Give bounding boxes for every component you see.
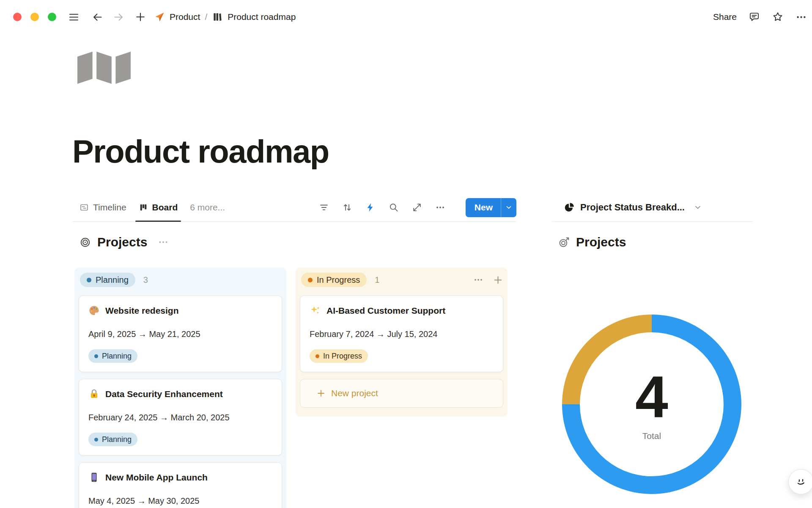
donut-total-value: 4 — [635, 367, 668, 427]
card-dates: April 9, 2025 → May 21, 2025 — [88, 329, 272, 339]
status-badge-planning: Planning — [88, 349, 137, 363]
project-card-ai-support[interactable]: AI-Based Customer Support February 7, 20… — [300, 295, 503, 372]
forward-button[interactable] — [113, 11, 124, 23]
project-card-mobile-app[interactable]: New Mobile App Launch May 4, 2025 → May … — [79, 462, 282, 508]
ellipsis-icon — [158, 237, 169, 248]
notion-ai-button[interactable] — [788, 469, 812, 494]
timeline-icon — [80, 203, 89, 212]
add-card-button[interactable] — [493, 275, 503, 285]
lightning-bolt-icon — [365, 202, 376, 213]
comment-icon — [749, 11, 760, 23]
new-button[interactable]: New — [466, 198, 516, 217]
close-window-button[interactable] — [13, 13, 22, 21]
more-options-button[interactable] — [796, 11, 807, 23]
donut-total-label: Total — [642, 431, 661, 441]
filter-icon — [319, 202, 329, 213]
status-dot — [94, 438, 98, 442]
target-icon — [80, 237, 91, 248]
status-dot — [94, 354, 98, 358]
plus-icon — [134, 11, 146, 23]
column-header-in-progress: In Progress 1 — [300, 273, 503, 287]
project-card-data-security[interactable]: Data Security Enhancement February 24, 2… — [79, 379, 282, 456]
status-selector-label: Project Status Breakd... — [580, 202, 685, 213]
group-badge-in-progress[interactable]: In Progress — [301, 273, 367, 287]
status-donut: 4 Total — [562, 315, 741, 494]
favorite-button[interactable] — [772, 11, 784, 23]
new-tab-button[interactable] — [134, 11, 146, 23]
tab-board-label: Board — [152, 202, 178, 213]
column-options-button[interactable] — [473, 275, 483, 285]
chevron-down-icon[interactable] — [501, 204, 516, 211]
new-project-button[interactable]: New project — [300, 379, 503, 408]
sparkles-icon — [310, 305, 321, 316]
board-icon — [139, 203, 148, 212]
card-title: Website redesign — [105, 306, 179, 316]
page-title: Product roadmap — [72, 133, 329, 170]
back-button[interactable] — [92, 11, 103, 23]
window-topbar: Product / Product roadmap Share — [0, 0, 812, 34]
board-section-title: Projects — [97, 235, 147, 249]
chevron-down-icon — [694, 203, 702, 212]
plus-icon — [493, 275, 503, 285]
plus-icon — [316, 389, 326, 398]
card-dates: February 7, 2024 → July 15, 2024 — [310, 329, 494, 339]
breadcrumb-current-link[interactable]: Product roadmap — [228, 12, 296, 22]
project-card-website-redesign[interactable]: Website redesign April 9, 2025 → May 21,… — [79, 295, 282, 372]
share-button[interactable]: Share — [713, 12, 737, 22]
status-badge-in-progress: In Progress — [310, 349, 368, 363]
lock-icon — [88, 388, 100, 400]
product-logo-icon — [154, 11, 165, 22]
status-dot — [87, 278, 91, 282]
hamburger-icon — [68, 11, 80, 23]
comments-button[interactable] — [749, 11, 760, 23]
arrow-left-icon — [92, 11, 103, 23]
window-controls — [13, 13, 56, 21]
card-title: AI-Based Customer Support — [326, 306, 445, 316]
card-title: New Mobile App Launch — [105, 472, 208, 483]
card-dates: May 4, 2025 → May 30, 2025 — [88, 496, 272, 506]
tab-timeline[interactable]: Timeline — [80, 193, 126, 221]
sort-button[interactable] — [342, 202, 352, 213]
status-dot — [315, 354, 319, 358]
breadcrumb-product-link[interactable]: Product — [170, 12, 200, 22]
group-badge-label: In Progress — [317, 275, 360, 285]
filter-button[interactable] — [319, 202, 329, 213]
search-button[interactable] — [389, 202, 399, 213]
card-title: Data Security Enhancement — [105, 389, 223, 399]
mobile-phone-icon — [88, 472, 100, 483]
view-toolbar: New — [319, 198, 516, 217]
status-chart-selector[interactable]: Project Status Breakd... — [552, 193, 753, 222]
books-icon — [212, 11, 223, 22]
board-column-planning: Planning 3 Website redesign April 9, 202… — [74, 268, 286, 508]
column-header-planning: Planning 3 — [79, 273, 282, 287]
new-project-label: New project — [331, 388, 378, 398]
tab-timeline-label: Timeline — [93, 202, 126, 213]
minimize-window-button[interactable] — [30, 13, 39, 21]
breadcrumb: Product / Product roadmap — [154, 11, 296, 22]
automations-button[interactable] — [365, 202, 376, 213]
arrow-right-icon — [113, 11, 124, 23]
group-badge-planning[interactable]: Planning — [80, 273, 135, 287]
expand-view-button[interactable] — [412, 202, 422, 213]
group-badge-label: Planning — [96, 275, 129, 285]
notion-ai-face-icon — [795, 475, 807, 488]
linked-target-icon — [558, 237, 570, 248]
palette-icon — [88, 305, 100, 316]
status-badge-label: Planning — [102, 435, 132, 444]
app-window: Product / Product roadmap Share — [0, 0, 812, 508]
breadcrumb-separator: / — [205, 12, 207, 22]
ellipsis-icon — [473, 275, 483, 285]
sidebar-toggle-button[interactable] — [68, 11, 80, 23]
section-options-button[interactable] — [158, 237, 169, 248]
view-options-button[interactable] — [435, 202, 445, 213]
ellipsis-icon — [796, 11, 807, 23]
page-icon-map[interactable] — [77, 50, 131, 86]
views-bar: Timeline Board 6 more... — [72, 193, 516, 222]
tab-more-views[interactable]: 6 more... — [190, 193, 225, 221]
sort-arrows-icon — [342, 202, 352, 213]
card-dates: February 24, 2025 → March 20, 2025 — [88, 413, 272, 422]
tab-more-label: 6 more... — [190, 202, 225, 213]
tab-board[interactable]: Board — [139, 193, 178, 221]
zoom-window-button[interactable] — [48, 13, 56, 21]
ellipsis-icon — [435, 202, 445, 213]
